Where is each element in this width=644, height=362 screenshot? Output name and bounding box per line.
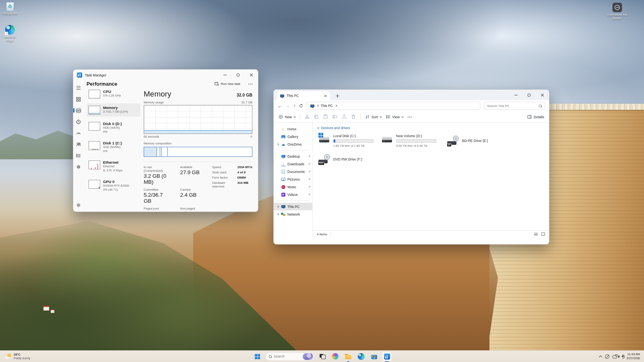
minimize-button[interactable] [218,70,231,80]
drive-local-disk-c[interactable]: Local Disk (C:) 1.80 TB free of 1.86 TB [318,133,378,148]
settings-gear-icon[interactable] [75,202,82,208]
processes-icon[interactable] [75,96,82,103]
sidebar-divider [277,200,309,201]
delete-icon[interactable] [351,113,356,121]
address-bar[interactable]: This PC [307,102,480,110]
drive-new-volume-d[interactable]: New Volume (D:) 5.45 TB free of 5.45 TB [380,133,444,148]
perf-item-detail: 3.7/31.7 GB (12%) [103,110,128,114]
desktop-icon-microsoft-edge[interactable]: ↗ Microsoft Edge [1,25,19,43]
users-icon[interactable] [75,141,82,148]
paste-icon[interactable] [323,113,328,121]
perf-item-memory[interactable]: Memory 3.7/31.7 GB (12%) [87,103,140,117]
volume-icon[interactable] [621,355,623,358]
taskbar-search[interactable] [265,352,314,361]
edge-button[interactable] [356,352,366,361]
copy-icon[interactable] [314,113,319,121]
new-button[interactable]: New [279,113,295,121]
sidebar-item-label: Documents [287,170,305,174]
maximize-button[interactable] [522,90,536,100]
group-header-devices-and-drives[interactable]: Devices and drives [318,126,549,130]
more-options-icon[interactable] [248,84,252,84]
close-button[interactable] [245,70,258,80]
explorer-search-box[interactable] [484,102,545,110]
new-tab-button[interactable] [336,94,339,98]
back-icon[interactable]: ← [278,103,282,108]
status-slashed-icon[interactable] [605,354,609,359]
large-icons-view-icon[interactable] [541,232,545,236]
search-input[interactable] [487,104,537,108]
stat-value: 2.4 GB [180,192,200,198]
sidebar-item-desktop[interactable]: Desktop [274,152,312,160]
close-button[interactable] [536,90,549,100]
perf-item-disk0[interactable]: Disk 0 (D:) HDD (SATA) 0% [87,119,140,136]
drive-dvd-rw-f[interactable]: DVD DVD RW Drive (F:) [318,153,378,165]
copilot-button[interactable] [330,352,340,361]
drive-bd-re-e[interactable]: BD BD-RE Drive (E:) [446,133,495,148]
task-view-icon [320,354,326,359]
up-icon[interactable]: ↑ [293,103,295,108]
expand-chevron-icon[interactable] [277,213,279,215]
hidden-icons-chevron-icon[interactable] [599,355,602,358]
refresh-icon[interactable] [299,102,303,109]
memory-composition-bar[interactable] [144,147,252,157]
share-icon[interactable] [342,113,347,121]
view-button[interactable]: View [386,113,403,121]
task-view-button[interactable] [318,352,327,361]
file-explorer-button[interactable] [343,352,353,361]
sidebar-item-music[interactable]: ♪ Music [274,183,312,191]
sidebar-item-gallery[interactable]: Gallery [274,133,312,140]
perf-item-ethernet[interactable]: Ethernet Ethernet S: 0 R: 0 Kbps [87,158,140,175]
perf-item-gpu[interactable]: GPU 0 NVIDIA RTX A2000 0% (40 °C) [87,177,140,194]
memory-composition-label: Memory composition [144,142,252,145]
sidebar-item-onedrive[interactable]: ☁ OneDrive [274,140,312,148]
weather-widget[interactable]: 28°C Partly sunny [0,353,30,360]
start-button[interactable] [252,352,262,361]
sidebar-item-documents[interactable]: Documents [274,168,312,175]
sort-button[interactable]: Sort [365,113,382,121]
memory-usage-graph [144,105,252,134]
expand-chevron-icon[interactable] [277,143,279,145]
details-view-icon[interactable] [534,233,538,235]
taskbar-search-input[interactable] [274,354,299,358]
desktop-icon-learn-about-picture[interactable]: Learn about this picture [605,2,630,21]
details-icon[interactable] [75,152,82,159]
task-manager-button[interactable] [382,352,392,361]
memory-detail-pane: Memory 32.0 GB Memory usage 31.7 GB 60 s… [144,87,252,212]
forward-icon[interactable]: → [286,103,290,108]
run-new-task-button[interactable]: Run new task [212,80,243,87]
rename-icon[interactable] [332,113,337,121]
sidebar-item-network[interactable]: Network [274,210,312,218]
perf-item-cpu[interactable]: CPU 1% 1.25 GHz [87,87,140,101]
sidebar-item-downloads[interactable]: ↓ Downloads [274,160,312,168]
store-button[interactable] [369,352,379,361]
toolbar-more-icon[interactable] [408,117,412,117]
app-history-icon[interactable] [75,118,82,125]
cut-icon[interactable] [305,113,310,121]
search-highlight-image[interactable] [303,353,313,360]
weather-description: Partly sunny [14,356,30,360]
performance-icon[interactable] [75,107,82,114]
stat-label: Paged pool [144,207,171,210]
expand-chevron-icon[interactable] [277,206,279,208]
tab-close-icon[interactable] [324,95,327,97]
maximize-button[interactable] [231,70,245,80]
graph-axis-right: 0 [251,135,252,138]
services-icon[interactable] [75,163,82,170]
sidebar-item-pictures[interactable]: Pictures [274,175,312,183]
divider [144,162,252,162]
details-pane-button[interactable]: Details [527,113,544,121]
sidebar-item-home[interactable]: ⌂ Home [274,125,312,133]
sidebar-item-videos[interactable]: Videos [274,191,312,198]
menu-icon[interactable] [75,84,82,91]
ethernet-network-icon[interactable] [613,355,617,358]
breadcrumb-this-pc[interactable]: This PC [321,104,333,108]
desktop-icon-recycle-bin[interactable]: ♻ Recycle Bin [1,2,19,16]
taskbar-clock[interactable]: 11:43 AM 2/27/2026 [627,352,640,360]
sidebar-item-this-pc[interactable]: This PC [274,203,312,210]
pin-icon [308,154,311,158]
minimize-button[interactable] [509,90,522,100]
perf-item-disk1[interactable]: Disk 1 (C:) SSD (NVMe) 0% [87,139,140,155]
tab-this-pc[interactable]: This PC [277,91,330,100]
task-manager-titlebar[interactable]: Task Manager [73,70,258,80]
startup-apps-icon[interactable] [75,130,82,136]
